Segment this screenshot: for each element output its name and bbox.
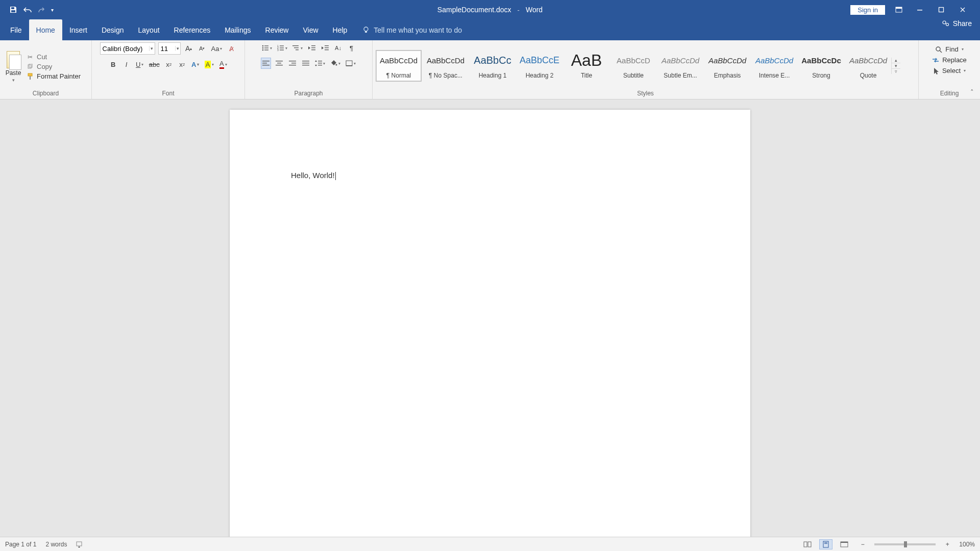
italic-button[interactable]: I (121, 59, 132, 70)
spellcheck-icon[interactable] (76, 541, 84, 548)
font-size-combo[interactable]: ▾ (158, 42, 181, 55)
collapse-ribbon-icon[interactable]: ˄ (970, 88, 974, 96)
multilevel-list-button[interactable] (291, 42, 304, 54)
clear-formatting-button[interactable]: A̷ (226, 43, 236, 54)
tab-mailings[interactable]: Mailings (217, 19, 258, 40)
tab-file[interactable]: File (3, 19, 29, 40)
chevron-down-icon[interactable]: ▾ (962, 47, 964, 52)
underline-button[interactable]: U (135, 59, 145, 70)
increase-indent-button[interactable] (320, 42, 330, 54)
shading-button[interactable] (329, 58, 341, 69)
gallery-down-icon[interactable]: ▾ (892, 63, 900, 69)
tab-layout[interactable]: Layout (131, 19, 167, 40)
tell-me-input[interactable] (374, 26, 476, 34)
grow-font-button[interactable]: A▴ (184, 43, 194, 54)
zoom-slider[interactable] (874, 543, 936, 545)
tab-view[interactable]: View (296, 19, 325, 40)
ribbon-display-options-icon[interactable] (895, 7, 906, 13)
style-item[interactable]: AaBbCcDdSubtle Em... (657, 50, 703, 82)
sign-in-button[interactable]: Sign in (850, 5, 885, 15)
style-item[interactable]: AaBbCcDdQuote (845, 50, 891, 82)
text-effects-button[interactable]: A (190, 59, 201, 70)
chevron-down-icon[interactable]: ▾ (175, 46, 180, 51)
tab-insert[interactable]: Insert (62, 19, 94, 40)
find-button[interactable]: Find ▾ (935, 45, 963, 53)
show-marks-button[interactable]: ¶ (347, 42, 357, 54)
subscript-button[interactable]: x2 (164, 59, 174, 70)
gallery-more-icon[interactable]: ▿ (892, 69, 900, 74)
highlight-button[interactable]: A (204, 59, 215, 70)
print-layout-button[interactable] (819, 539, 832, 549)
borders-button[interactable] (345, 58, 357, 69)
tab-help[interactable]: Help (326, 19, 355, 40)
tab-home[interactable]: Home (29, 19, 62, 40)
bold-button[interactable]: B (108, 59, 118, 70)
gallery-up-icon[interactable]: ▴ (892, 58, 900, 63)
font-color-button[interactable]: A (218, 59, 228, 70)
font-name-input[interactable] (101, 45, 149, 53)
chevron-down-icon[interactable]: ▾ (964, 68, 966, 73)
tell-me-search[interactable] (362, 19, 476, 40)
tab-references[interactable]: References (167, 19, 218, 40)
numbering-button[interactable]: 123 (276, 42, 288, 54)
qat-dropdown-icon[interactable]: ▾ (51, 7, 54, 13)
page[interactable]: Hello, World! (230, 110, 750, 537)
chevron-down-icon[interactable]: ▾ (12, 78, 15, 83)
replace-button[interactable]: Replace (932, 56, 967, 64)
style-item[interactable]: AaBbCcDSubtitle (610, 50, 656, 82)
minimize-icon[interactable] (917, 7, 928, 13)
svg-rect-48 (318, 63, 322, 63)
group-label-paragraph: Paragraph (248, 89, 369, 98)
select-button[interactable]: Select ▾ (933, 67, 966, 74)
sort-button[interactable]: A↓ (333, 42, 344, 54)
shrink-font-button[interactable]: A▾ (197, 43, 207, 54)
font-name-combo[interactable]: ▾ (100, 42, 155, 55)
text-cursor (335, 172, 336, 180)
zoom-slider-knob[interactable] (904, 541, 907, 547)
style-name: Emphasis (714, 72, 741, 79)
zoom-out-button[interactable]: − (856, 539, 869, 549)
align-left-button[interactable] (261, 58, 271, 69)
close-icon[interactable] (960, 7, 971, 13)
style-item[interactable]: AaBbCcDd¶ No Spac... (423, 50, 469, 82)
bullets-button[interactable] (261, 42, 273, 54)
tab-design[interactable]: Design (94, 19, 131, 40)
ribbon: Paste ▾ ✂ Cut Copy Form (0, 40, 980, 99)
page-status[interactable]: Page 1 of 1 (5, 541, 36, 548)
strikethrough-button[interactable]: abc (148, 59, 161, 70)
style-item[interactable]: AaBTitle (564, 50, 609, 82)
decrease-indent-button[interactable] (307, 42, 317, 54)
style-item[interactable]: AaBbCcDcStrong (798, 50, 844, 82)
paste-button[interactable]: Paste ▾ (3, 49, 23, 83)
change-case-button[interactable]: Aa (210, 43, 224, 54)
style-name: Heading 1 (479, 72, 507, 79)
document-area[interactable]: Hello, World! (0, 99, 980, 537)
undo-icon[interactable] (22, 6, 33, 13)
zoom-in-button[interactable]: + (941, 539, 954, 549)
zoom-value[interactable]: 100% (959, 541, 975, 548)
maximize-icon[interactable] (938, 7, 949, 13)
tab-review[interactable]: Review (258, 19, 296, 40)
superscript-button[interactable]: x2 (177, 59, 187, 70)
read-mode-button[interactable] (801, 539, 814, 549)
format-painter-button[interactable]: Format Painter (27, 72, 81, 80)
style-item[interactable]: AaBbCcHeading 1 (470, 50, 516, 82)
document-text[interactable]: Hello, World! (291, 171, 689, 180)
style-item[interactable]: AaBbCcDd¶ Normal (376, 50, 422, 82)
cut-button[interactable]: ✂ Cut (27, 53, 81, 61)
share-button[interactable]: Share (942, 19, 972, 28)
copy-button[interactable]: Copy (27, 63, 81, 70)
style-item[interactable]: AaBbCcEHeading 2 (517, 50, 562, 82)
save-icon[interactable] (9, 6, 17, 14)
justify-button[interactable] (301, 58, 311, 69)
align-right-button[interactable] (287, 58, 298, 69)
style-item[interactable]: AaBbCcDdIntense E... (751, 50, 797, 82)
font-size-input[interactable] (159, 45, 176, 53)
align-center-button[interactable] (274, 58, 284, 69)
redo-icon[interactable] (38, 6, 46, 13)
line-spacing-button[interactable] (314, 58, 326, 69)
word-count[interactable]: 2 words (45, 541, 67, 548)
chevron-down-icon[interactable]: ▾ (149, 46, 155, 51)
style-item[interactable]: AaBbCcDdEmphasis (704, 50, 750, 82)
web-layout-button[interactable] (838, 539, 851, 549)
